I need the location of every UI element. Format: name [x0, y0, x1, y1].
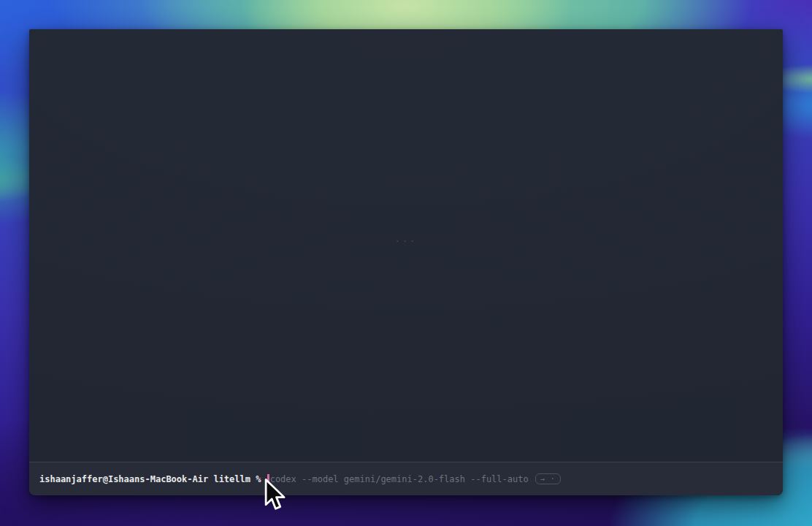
loading-dots: ... [395, 234, 418, 244]
accept-suggestion-key-hint: → · [535, 473, 561, 484]
terminal-window[interactable]: ... ishaanjaffer@Ishaans-MacBook-Air lit… [29, 29, 783, 495]
terminal-output-area[interactable]: ... [29, 29, 783, 462]
right-arrow-key-label: → · [540, 476, 556, 483]
autosuggestion-text: codex --model gemini/gemini-2.0-flash --… [270, 474, 529, 484]
shell-prompt: ishaanjaffer@Ishaans-MacBook-Air litellm… [39, 474, 267, 484]
text-cursor [267, 474, 269, 484]
terminal-prompt-bar[interactable]: ishaanjaffer@Ishaans-MacBook-Air litellm… [29, 462, 783, 495]
desktop-wallpaper: ... ishaanjaffer@Ishaans-MacBook-Air lit… [0, 0, 812, 526]
